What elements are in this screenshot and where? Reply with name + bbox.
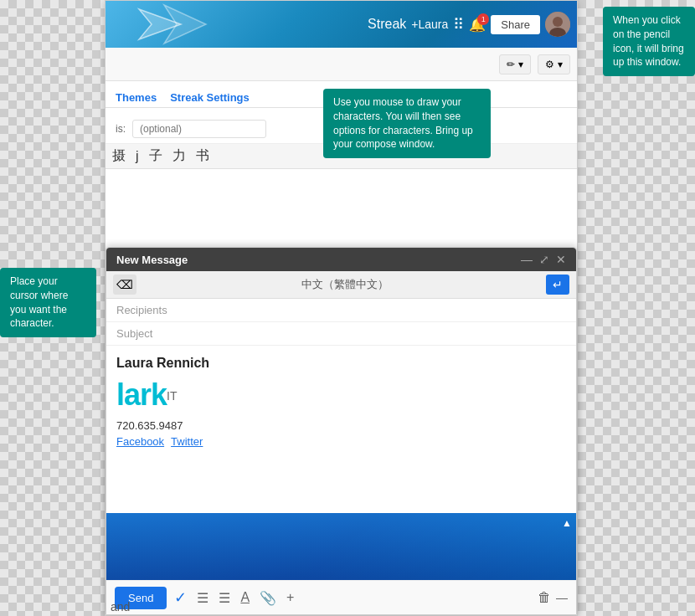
expand-button[interactable]: ⤢	[539, 253, 549, 266]
phone-number: 720.635.9487	[116, 419, 566, 432]
facebook-link[interactable]: Facebook	[116, 435, 164, 448]
lark-logo: larkIT	[116, 377, 566, 413]
share-button[interactable]: Share	[491, 15, 540, 34]
trash-icon: 🗑	[538, 590, 551, 604]
compose-body[interactable]: Laura Rennich larkIT 720.635.9487 Facebo…	[106, 346, 576, 513]
streak-label: Streak	[368, 17, 406, 32]
plus-laura-label: +Laura	[411, 18, 448, 31]
top-bar: Streak +Laura ⠿ 🔔 1 Share	[106, 1, 577, 48]
recipients-label: Recipients	[116, 304, 167, 316]
tooltip-pencil-info: When you click on the pencil icon, it wi…	[603, 7, 695, 76]
char-option-3[interactable]: 子	[149, 147, 162, 165]
scroll-image	[106, 513, 576, 580]
top-arrow-icon[interactable]: ▲	[562, 517, 572, 529]
compose-window: New Message — ⤢ ✕ ⌫ 中文（繁體中文） ↵ Recipient…	[106, 247, 577, 615]
subject-row[interactable]: Subject	[106, 322, 576, 346]
char-option-4[interactable]: 力	[172, 147, 186, 165]
bell-container[interactable]: 🔔 1	[469, 17, 486, 33]
check-icon: ✓	[174, 589, 187, 606]
avatar[interactable]	[545, 12, 570, 37]
trash-button[interactable]: 🗑	[538, 590, 551, 605]
plus-button[interactable]: +	[284, 588, 296, 608]
bell-badge: 1	[477, 13, 489, 25]
tab-streak-settings[interactable]: Streak Settings	[170, 88, 250, 107]
gear-icon: ⚙	[545, 59, 554, 70]
format-list2-icon: ☰	[219, 591, 230, 605]
check-icon-button[interactable]: ✓	[172, 586, 189, 609]
ime-language-text: 中文（繁體中文）	[143, 277, 546, 292]
more-icon: —	[556, 591, 568, 604]
close-compose-button[interactable]: ✕	[556, 253, 566, 266]
char-option-2[interactable]: j	[136, 149, 139, 164]
char-option-5[interactable]: 书	[196, 147, 209, 165]
tooltip-cursor-info: Place your cursor where you want the cha…	[0, 268, 96, 337]
more-button[interactable]: —	[556, 591, 568, 604]
format-list1-icon: ☰	[197, 591, 208, 605]
pencil-chevron: ▾	[518, 59, 523, 70]
twitter-link[interactable]: Twitter	[171, 435, 203, 448]
pencil-toolbar-btn[interactable]: ✏ ▾	[499, 54, 531, 74]
tooltip-draw-characters: Use you mouse to draw your characters. Y…	[323, 89, 491, 158]
sender-name: Laura Rennich	[116, 356, 566, 371]
ime-bar: ⌫ 中文（繁體中文） ↵	[106, 271, 576, 299]
grid-icon[interactable]: ⠿	[453, 15, 464, 33]
lark-logo-text: lark	[116, 377, 167, 412]
input-label: is:	[116, 123, 126, 135]
subject-label: Subject	[116, 327, 152, 340]
compose-title: New Message	[116, 254, 188, 266]
recipients-row[interactable]: Recipients	[106, 299, 576, 322]
optional-input[interactable]	[132, 120, 266, 138]
toolbar-row: ✏ ▾ ⚙ ▾	[106, 48, 577, 81]
gear-toolbar-btn[interactable]: ⚙ ▾	[538, 54, 570, 74]
logo-decoration	[122, 1, 223, 48]
lark-logo-it: IT	[167, 389, 177, 403]
tooltip-pencil-text: When you click on the pencil icon, it wi…	[603, 7, 695, 76]
svg-point-3	[553, 17, 563, 27]
backspace-button[interactable]: ⌫	[113, 275, 136, 295]
tooltip-draw-text: Use you mouse to draw your characters. Y…	[323, 89, 491, 158]
links-row: Facebook Twitter	[116, 435, 566, 448]
font-icon: A	[240, 590, 250, 604]
minimize-button[interactable]: —	[521, 253, 533, 266]
compose-bottom-toolbar: Send ✓ ☰ ☰ A 📎 + 🗑 —	[106, 580, 576, 614]
compose-header: New Message — ⤢ ✕	[106, 248, 576, 271]
main-window: Streak +Laura ⠿ 🔔 1 Share ✏ ▾ ⚙ ▾ Themes	[105, 0, 578, 616]
tab-themes[interactable]: Themes	[116, 88, 157, 107]
bottom-and-text: and	[111, 600, 130, 613]
ime-enter-button[interactable]: ↵	[546, 275, 569, 295]
attach-icon: 📎	[260, 591, 276, 605]
scroll-area: ▲	[106, 513, 576, 580]
pencil-icon: ✏	[507, 59, 515, 70]
gear-chevron: ▾	[558, 59, 563, 70]
format-list2-button[interactable]: ☰	[216, 588, 233, 608]
format-list1-button[interactable]: ☰	[194, 588, 211, 608]
compose-controls: — ⤢ ✕	[521, 253, 566, 266]
char-option-1[interactable]: 摄	[112, 147, 126, 165]
tooltip-cursor-text: Place your cursor where you want the cha…	[0, 268, 96, 337]
attach-button[interactable]: 📎	[257, 588, 279, 608]
plus-icon: +	[286, 590, 294, 604]
font-button[interactable]: A	[238, 588, 252, 608]
